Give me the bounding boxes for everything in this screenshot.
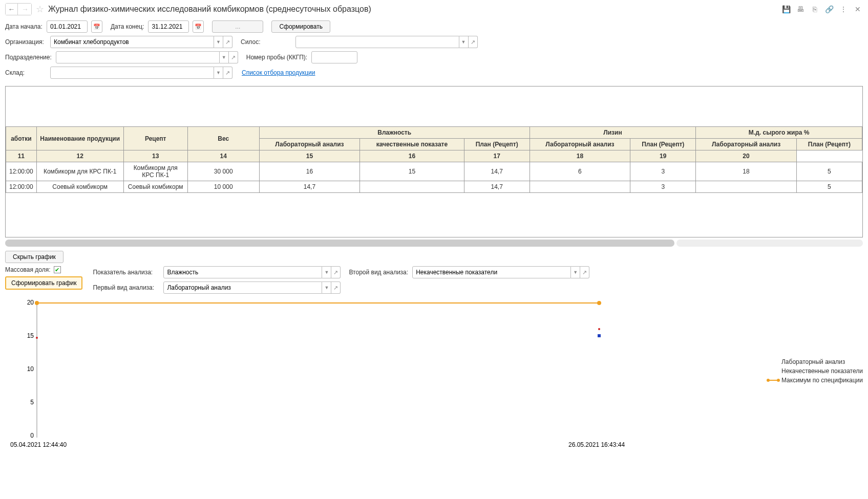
forward-button[interactable]: → [19,4,31,15]
mass-checkbox[interactable]: ✔ [54,266,61,273]
mass-label: Массовая доля: [5,266,51,273]
form-button[interactable]: Сформировать [271,20,330,33]
col-l-plan: План (Рецепт) [630,139,696,150]
svg-point-2 [597,301,601,305]
xtick-0: 05.04.2021 12:44:40 [10,441,67,448]
col-f-lab: Лабораторный анализ [696,139,796,150]
form-chart-button[interactable]: Сформировать график [5,276,82,290]
first-open-icon[interactable]: ↗ [331,281,341,294]
col-humidity: Влажность [259,127,530,139]
first-dropdown-icon[interactable]: ▼ [322,281,331,294]
div-open-icon[interactable]: ↗ [229,51,238,63]
org-open-icon[interactable]: ↗ [223,36,232,48]
div-input[interactable] [56,51,220,63]
date-end-input[interactable] [148,20,189,33]
second-dropdown-icon[interactable]: ▼ [571,266,580,278]
export-icon[interactable]: ⎘ [810,4,820,14]
link-icon[interactable]: 🔗 [824,4,834,14]
table-row[interactable]: 12:00:00 Комбикорм для КРС ПК-1 Комбикор… [6,162,862,181]
more-icon[interactable]: ⋮ [838,4,849,14]
second-label: Второй вид анализа: [349,269,408,276]
second-open-icon[interactable]: ↗ [580,266,589,278]
first-label: Первый вид анализа: [93,284,159,291]
col-h-qual: качественные показате [360,139,464,150]
ytick-5: 5 [30,399,34,406]
chart-area: 20 15 10 5 0 05.04.2021 12:44:40 26.05.2… [5,297,863,452]
warehouse-label: Склад: [5,69,46,76]
silos-label: Силос: [241,38,261,46]
horizontal-scrollbar[interactable] [5,240,863,247]
div-label: Подразделение: [5,54,52,61]
ytick-0: 0 [30,432,34,439]
col-h-lab: Лабораторный анализ [259,139,359,150]
print-icon[interactable]: 🖶 [795,4,806,14]
series-lab-p2 [598,328,600,330]
col-fat: М.д. сырого жира % [696,127,862,139]
col-h-plan: План (Рецепт) [464,139,530,150]
col-lysine: Лизин [530,127,696,139]
ytick-10: 10 [27,365,34,373]
col-recipe: Рецепт [123,127,187,150]
series-lab-p1 [36,337,38,339]
dots-button[interactable]: ... [212,20,263,33]
data-table[interactable]: аботки Наименование продукции Рецепт Вес… [5,86,863,237]
col-f-plan: План (Рецепт) [796,139,862,150]
page-title: Журнал физико-химических исследований ко… [48,5,777,14]
indicator-open-icon[interactable]: ↗ [331,266,341,278]
back-button[interactable]: ← [6,4,18,15]
first-input[interactable] [163,281,322,294]
indicator-dropdown-icon[interactable]: ▼ [322,266,331,278]
div-dropdown-icon[interactable]: ▼ [220,51,229,63]
col-l-lab: Лабораторный анализ [530,139,630,150]
xtick-1: 26.05.2021 16:43:44 [568,441,625,448]
date-end-label: Дата конец: [111,23,144,30]
date-start-label: Дата начала: [5,23,43,30]
date-start-input[interactable] [47,20,88,33]
ytick-15: 15 [27,332,34,339]
list-link[interactable]: Список отбора продукции [242,69,315,76]
save-icon[interactable]: 💾 [781,4,791,14]
toggle-chart-button[interactable]: Скрыть график [5,251,63,263]
warehouse-dropdown-icon[interactable]: ▼ [214,67,223,79]
svg-point-1 [35,301,39,305]
date-start-calendar-icon[interactable]: 📅 [91,20,102,33]
probe-input[interactable] [311,51,357,63]
second-input[interactable] [412,266,571,278]
favorite-icon[interactable]: ☆ [36,4,44,15]
chart-legend: Лабораторный анализ Некачественные показ… [768,358,863,386]
series-qual-p1 [598,334,601,337]
col-abotki: аботки [6,127,37,150]
warehouse-input[interactable] [50,67,214,79]
col-weight: Вес [187,127,259,150]
col-name: Наименование продукции [36,127,123,150]
org-dropdown-icon[interactable]: ▼ [214,36,223,48]
table-row[interactable]: 12:00:00 Соевый комбикорм Соевый комбико… [6,181,862,193]
indicator-input[interactable] [163,266,322,278]
close-icon[interactable]: ✕ [853,4,863,14]
silos-open-icon[interactable]: ↗ [469,36,478,48]
org-input[interactable] [50,36,214,48]
org-label: Организация: [5,38,46,46]
date-end-calendar-icon[interactable]: 📅 [193,20,204,33]
probe-label: Номер пробы (ККГП): [246,54,307,61]
silos-input[interactable] [295,36,459,48]
warehouse-open-icon[interactable]: ↗ [223,67,232,79]
indicator-label: Показатель анализа: [93,269,159,276]
ytick-20: 20 [27,299,34,306]
silos-dropdown-icon[interactable]: ▼ [459,36,469,48]
